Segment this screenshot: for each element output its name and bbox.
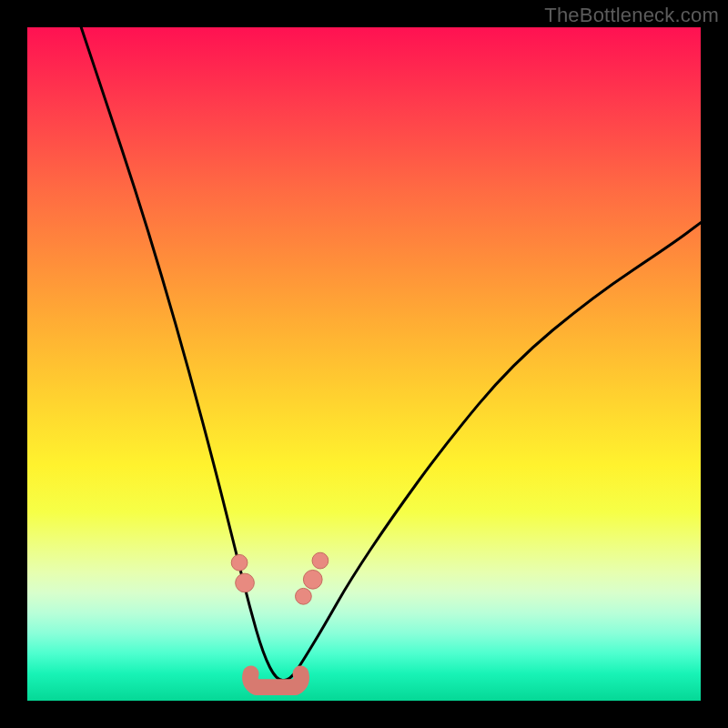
curve-marker — [236, 573, 255, 592]
watermark-text: TheBottleneck.com — [544, 4, 719, 27]
bottleneck-curve — [81, 27, 701, 681]
curve-marker — [231, 554, 248, 571]
curve-marker — [296, 588, 312, 604]
plot-area — [27, 27, 701, 701]
curve-layer — [81, 27, 701, 681]
chart-frame: TheBottleneck.com — [0, 0, 728, 728]
chart-svg — [27, 27, 701, 701]
curve-marker — [303, 570, 322, 589]
curve-marker — [312, 552, 329, 569]
